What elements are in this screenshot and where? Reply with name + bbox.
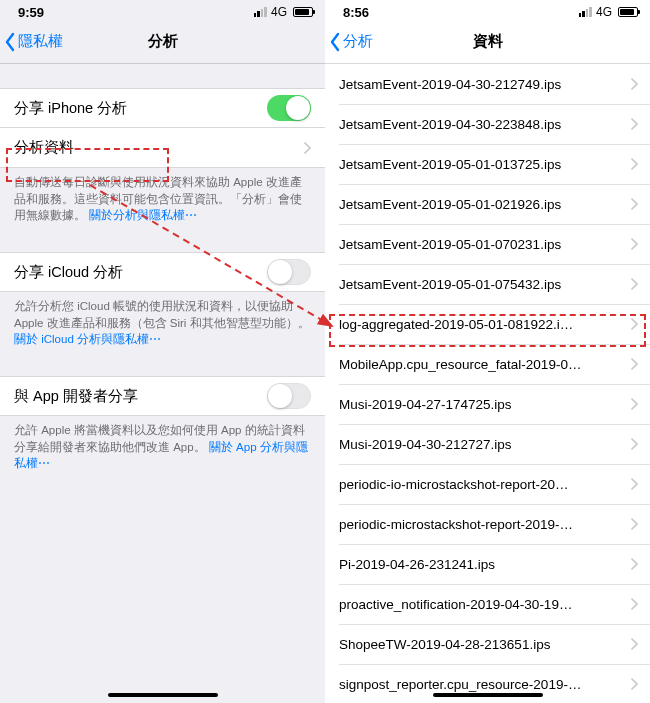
list-item[interactable]: JetsamEvent-2019-04-30-212749.ips (325, 64, 650, 104)
switch-share-icloud[interactable] (267, 259, 311, 285)
link-about-analytics[interactable]: 關於分析與隱私權⋯ (89, 209, 197, 221)
status-right: 4G (579, 5, 638, 19)
signal-bars-icon (254, 7, 267, 17)
switch-share-developers[interactable] (267, 383, 311, 409)
chevron-right-icon (630, 438, 638, 450)
back-button[interactable]: 分析 (329, 32, 373, 52)
chevron-right-icon (630, 238, 638, 250)
chevron-right-icon (630, 678, 638, 690)
file-name: JetsamEvent-2019-04-30-223848.ips (339, 117, 622, 132)
cell-label: 分享 iCloud 分析 (14, 263, 123, 282)
status-bar: 9:59 4G (0, 0, 325, 20)
cell-share-with-developers[interactable]: 與 App 開發者分享 (0, 376, 325, 416)
cell-share-iphone-analytics[interactable]: 分享 iPhone 分析 (0, 88, 325, 128)
status-right: 4G (254, 5, 313, 19)
chevron-right-icon (630, 158, 638, 170)
file-name: ShopeeTW-2019-04-28-213651.ips (339, 637, 622, 652)
file-name: JetsamEvent-2019-04-30-212749.ips (339, 77, 622, 92)
nav-bar: 分析 資料 (325, 20, 650, 64)
file-name: periodic-microstackshot-report-2019-… (339, 517, 622, 532)
list-item[interactable]: periodic-io-microstackshot-report-20… (325, 464, 650, 504)
file-name: JetsamEvent-2019-05-01-021926.ips (339, 197, 622, 212)
chevron-right-icon (630, 278, 638, 290)
file-name: MobileApp.cpu_resource_fatal-2019-0… (339, 357, 622, 372)
signal-bars-icon (579, 7, 592, 17)
chevron-right-icon (630, 638, 638, 650)
list-item[interactable]: JetsamEvent-2019-04-30-223848.ips (325, 104, 650, 144)
analytics-data-list-screen: 8:56 4G 分析 資料 JetsamEvent-2019-04-30-212… (325, 0, 650, 703)
analytics-file-list[interactable]: JetsamEvent-2019-04-30-212749.ipsJetsamE… (325, 64, 650, 703)
cell-share-icloud-analytics[interactable]: 分享 iCloud 分析 (0, 252, 325, 292)
chevron-left-icon (4, 32, 16, 52)
chevron-right-icon (630, 118, 638, 130)
file-name: proactive_notification-2019-04-30-19… (339, 597, 622, 612)
file-name: Musi-2019-04-30-212727.ips (339, 437, 622, 452)
status-time: 9:59 (18, 5, 44, 20)
list-item[interactable]: log-aggregated-2019-05-01-081922.i… (325, 304, 650, 344)
chevron-left-icon (329, 32, 341, 52)
nav-bar: 隱私權 分析 (0, 20, 325, 64)
group-share-developers: 與 App 開發者分享 允許 Apple 將當機資料以及您如何使用 App 的統… (0, 376, 325, 472)
chevron-right-icon (303, 142, 311, 154)
chevron-right-icon (630, 598, 638, 610)
battery-icon (293, 7, 313, 17)
list-item[interactable]: proactive_notification-2019-04-30-19… (325, 584, 650, 624)
chevron-right-icon (630, 318, 638, 330)
back-label: 隱私權 (18, 32, 63, 51)
footer-text: 自動傳送每日診斷與使用狀況資料來協助 Apple 改進產品和服務。這些資料可能包… (0, 168, 325, 224)
list-item[interactable]: JetsamEvent-2019-05-01-075432.ips (325, 264, 650, 304)
network-label: 4G (271, 5, 287, 19)
switch-share-iphone[interactable] (267, 95, 311, 121)
home-indicator[interactable] (433, 693, 543, 697)
list-item[interactable]: JetsamEvent-2019-05-01-070231.ips (325, 224, 650, 264)
settings-analytics-screen: 9:59 4G 隱私權 分析 分享 iPhone 分析 分析資料 (0, 0, 325, 703)
cell-label: 與 App 開發者分享 (14, 387, 138, 406)
network-label: 4G (596, 5, 612, 19)
list-item[interactable]: periodic-microstackshot-report-2019-… (325, 504, 650, 544)
chevron-right-icon (630, 398, 638, 410)
file-name: Musi-2019-04-27-174725.ips (339, 397, 622, 412)
nav-title: 分析 (148, 32, 178, 51)
file-name: JetsamEvent-2019-05-01-075432.ips (339, 277, 622, 292)
list-item[interactable]: Musi-2019-04-27-174725.ips (325, 384, 650, 424)
file-name: periodic-io-microstackshot-report-20… (339, 477, 622, 492)
list-item[interactable]: Pi-2019-04-26-231241.ips (325, 544, 650, 584)
list-item[interactable]: ShopeeTW-2019-04-28-213651.ips (325, 624, 650, 664)
status-time: 8:56 (343, 5, 369, 20)
chevron-right-icon (630, 198, 638, 210)
cell-label: 分享 iPhone 分析 (14, 99, 127, 118)
chevron-right-icon (630, 518, 638, 530)
list-item[interactable]: MobileApp.cpu_resource_fatal-2019-0… (325, 344, 650, 384)
footer-text: 允許分析您 iCloud 帳號的使用狀況和資料，以便協助 Apple 改進產品和… (0, 292, 325, 348)
home-indicator[interactable] (108, 693, 218, 697)
chevron-right-icon (630, 78, 638, 90)
chevron-right-icon (630, 558, 638, 570)
back-label: 分析 (343, 32, 373, 51)
file-name: JetsamEvent-2019-05-01-013725.ips (339, 157, 622, 172)
file-name: Pi-2019-04-26-231241.ips (339, 557, 622, 572)
file-name: JetsamEvent-2019-05-01-070231.ips (339, 237, 622, 252)
group-share-icloud: 分享 iCloud 分析 允許分析您 iCloud 帳號的使用狀況和資料，以便協… (0, 252, 325, 348)
file-name: signpost_reporter.cpu_resource-2019-… (339, 677, 622, 692)
chevron-right-icon (630, 358, 638, 370)
list-item[interactable]: Musi-2019-04-30-212727.ips (325, 424, 650, 464)
status-bar: 8:56 4G (325, 0, 650, 20)
battery-icon (618, 7, 638, 17)
group-share-iphone: 分享 iPhone 分析 分析資料 自動傳送每日診斷與使用狀況資料來協助 App… (0, 88, 325, 224)
chevron-right-icon (630, 478, 638, 490)
footer-text: 允許 Apple 將當機資料以及您如何使用 App 的統計資料分享給開發者來協助… (0, 416, 325, 472)
nav-title: 資料 (473, 32, 503, 51)
back-button[interactable]: 隱私權 (4, 32, 63, 52)
link-about-icloud-analytics[interactable]: 關於 iCloud 分析與隱私權⋯ (14, 333, 161, 345)
cell-analytics-data[interactable]: 分析資料 (0, 128, 325, 168)
list-item[interactable]: signpost_reporter.cpu_resource-2019-… (325, 664, 650, 703)
list-item[interactable]: JetsamEvent-2019-05-01-021926.ips (325, 184, 650, 224)
file-name: log-aggregated-2019-05-01-081922.i… (339, 317, 622, 332)
list-item[interactable]: JetsamEvent-2019-05-01-013725.ips (325, 144, 650, 184)
cell-label: 分析資料 (14, 138, 74, 157)
